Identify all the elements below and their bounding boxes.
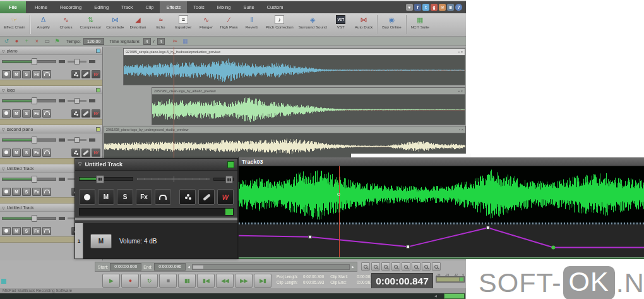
record-button[interactable]: ● — [121, 274, 139, 288]
ribbon-button-equalizer[interactable]: ≡Equalizer — [172, 14, 195, 35]
ribbon-button-nch-suite[interactable]: ▦NCH Suite — [408, 14, 432, 35]
clip-title-bar[interactable]: 2961838_piano-logo_by_underground_studio… — [104, 126, 465, 133]
time-sig-denominator-input[interactable]: 4 — [157, 38, 165, 45]
automation-point[interactable] — [407, 245, 410, 248]
clip-title-bar[interactable]: 927685_simple-piano-logo-5_by_fredmusicp… — [124, 49, 465, 56]
thumbs-up-icon[interactable]: ♥ — [406, 4, 413, 11]
track-monitor-button[interactable] — [42, 70, 51, 78]
remove-track-icon[interactable]: × — [33, 37, 41, 46]
playhead-cursor[interactable] — [339, 166, 340, 257]
rewind-button[interactable]: ◀◀ — [216, 274, 234, 288]
menu-item-custom[interactable]: Custom — [261, 1, 290, 13]
help-icon[interactable]: ? — [455, 4, 462, 11]
close-icon[interactable]: × — [462, 128, 463, 131]
track-solo-button[interactable]: S — [22, 109, 31, 118]
lock-icon[interactable]: ▪ — [459, 128, 460, 131]
track-fx-button[interactable]: Fx — [32, 188, 41, 196]
stop-button[interactable]: ■ — [159, 274, 177, 288]
collapse-arrow-icon[interactable]: ▽ — [2, 88, 5, 92]
automation-point[interactable] — [309, 235, 312, 238]
volume-handle[interactable] — [32, 215, 37, 222]
mute-button[interactable]: M — [98, 189, 114, 205]
lock-icon[interactable]: ▪ — [458, 89, 460, 93]
playhead-anchor-icon[interactable] — [337, 193, 340, 196]
ribbon-button-surround-sound[interactable]: ◈Surround Sound — [296, 14, 330, 35]
track-fx-button[interactable]: Fx — [32, 109, 41, 118]
ribbon-button-auto-duck[interactable]: ⋈Auto Duck — [352, 14, 376, 35]
fast-forward-button[interactable]: ▶▶ — [235, 274, 253, 288]
fx-button[interactable]: Fx — [136, 189, 152, 205]
track-mute-button[interactable]: M — [12, 188, 21, 196]
add-track-icon[interactable]: + — [23, 37, 31, 46]
ribbon-button-vst[interactable]: VSTVST — [330, 14, 352, 35]
menu-item-suite[interactable]: Suite — [237, 1, 260, 13]
zoom-in-button[interactable] — [361, 262, 370, 271]
menu-item-effects[interactable]: Effects — [160, 1, 187, 13]
ribbon-button-amplify[interactable]: ΔAmplify — [32, 14, 55, 35]
pan-handle[interactable] — [75, 137, 80, 143]
track-mute-button[interactable]: M — [12, 109, 21, 118]
linkedin-icon[interactable]: in — [447, 4, 454, 11]
arm-record-button[interactable] — [79, 189, 95, 205]
track-monitor-button[interactable] — [42, 227, 51, 235]
menu-item-recording[interactable]: Recording — [54, 1, 88, 13]
zoom-out-button[interactable] — [371, 262, 380, 271]
skip-to-end-button[interactable]: ▶▮ — [254, 274, 271, 288]
playhead-cursor[interactable] — [174, 47, 174, 160]
play-button[interactable]: ▶ — [102, 274, 120, 288]
zoom-project-button[interactable] — [422, 262, 431, 271]
track-record-button[interactable] — [2, 188, 11, 196]
ribbon-button-flanger[interactable]: ∿Flanger — [195, 14, 218, 35]
ribbon-button-compressor[interactable]: ⇅Compressor — [78, 14, 104, 35]
track-record-button[interactable] — [2, 109, 11, 118]
zoom-vertical-out-button[interactable] — [412, 262, 420, 271]
marker-icon[interactable]: ⚑ — [53, 37, 61, 46]
track-volume-slider[interactable] — [2, 178, 56, 181]
track-fx-button[interactable]: Fx — [32, 149, 41, 157]
solo-button[interactable]: S — [117, 189, 133, 205]
track-header[interactable]: ▽piano — [0, 47, 102, 55]
track-record-button[interactable] — [2, 227, 11, 235]
track-monitor-button[interactable] — [42, 149, 51, 157]
record-options-icon[interactable]: ● — [13, 37, 21, 46]
email-icon[interactable]: ✉ — [439, 4, 446, 11]
track-fx-button[interactable]: Fx — [32, 227, 41, 235]
track-volume-slider[interactable] — [2, 99, 56, 102]
close-icon[interactable]: × — [461, 89, 463, 93]
menu-item-track[interactable]: Track — [115, 1, 139, 13]
track-pan-slider[interactable] — [68, 100, 86, 102]
scroll-left-icon[interactable]: ◀ — [188, 265, 190, 269]
ribbon-button-effect-chain[interactable]: ☞Effect Chain — [1, 14, 28, 35]
track-solo-button[interactable]: S — [22, 227, 31, 235]
track-mute-button[interactable]: M — [12, 227, 21, 235]
volume-automation-line[interactable] — [239, 228, 644, 247]
track-tools-button[interactable] — [81, 70, 90, 78]
scroll-right-icon[interactable]: ▶ — [352, 265, 354, 269]
collapse-arrow-icon[interactable]: ▽ — [2, 205, 5, 210]
zoom-selection-button[interactable] — [381, 262, 390, 271]
automation-point[interactable] — [551, 245, 555, 249]
volume-slider[interactable]: ▮▮ — [79, 177, 133, 181]
close-icon[interactable]: × — [461, 50, 463, 54]
track-routing-button[interactable] — [71, 109, 80, 118]
undo-icon[interactable]: ↺ — [3, 37, 11, 46]
track-solo-button[interactable]: S — [22, 188, 31, 196]
lane-mute-button[interactable]: M — [90, 234, 112, 248]
track-color-swatch[interactable] — [96, 88, 100, 92]
track-pan-slider[interactable] — [68, 61, 86, 63]
track-record-button[interactable] — [2, 70, 11, 78]
ribbon-button-distortion[interactable]: ◢Distortion — [127, 14, 150, 35]
audio-clip[interactable]: 2057960_clean-logo_by_albafic_preview▪× — [152, 87, 465, 125]
track-routing-button[interactable] — [71, 149, 80, 157]
automation-point[interactable] — [486, 226, 489, 229]
grid-icon[interactable]: ▦ — [181, 37, 189, 46]
end-value-field[interactable]: 0:00:00.096 — [154, 263, 186, 271]
tools-button[interactable] — [198, 189, 215, 205]
track-color-swatch[interactable] — [96, 49, 100, 53]
pan-handle[interactable] — [75, 59, 80, 64]
menu-item-home[interactable]: Home — [28, 1, 54, 13]
track-monitor-button[interactable] — [42, 188, 51, 196]
collapse-arrow-icon[interactable]: ▽ — [78, 162, 81, 167]
track-automation-button[interactable]: W — [92, 70, 100, 78]
track-mute-button[interactable]: M — [12, 70, 21, 78]
